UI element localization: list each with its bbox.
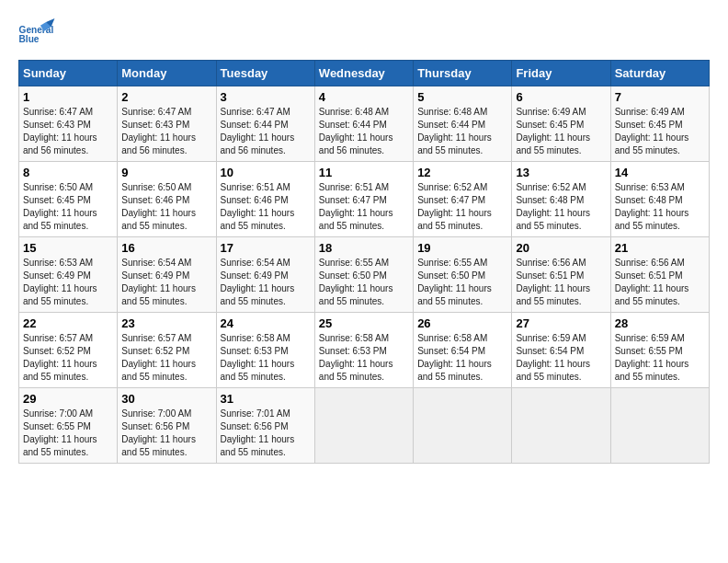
daylight-label: Daylight: 11 hours and 56 minutes. [121, 132, 196, 155]
day-number: 18 [319, 241, 409, 255]
day-number: 29 [23, 392, 113, 406]
calendar-day-cell: 30 Sunrise: 7:00 AM Sunset: 6:56 PM Dayl… [118, 388, 216, 464]
sunrise-label: Sunrise: 6:50 AM [23, 182, 93, 192]
day-info: Sunrise: 6:58 AM Sunset: 6:53 PM Dayligh… [221, 332, 311, 384]
weekday-header-row: SundayMondayTuesdayWednesdayThursdayFrid… [19, 61, 710, 86]
day-number: 3 [221, 90, 311, 104]
calendar-week-row: 22 Sunrise: 6:57 AM Sunset: 6:52 PM Dayl… [19, 313, 710, 388]
calendar-day-cell: 23 Sunrise: 6:57 AM Sunset: 6:52 PM Dayl… [118, 313, 216, 388]
day-info: Sunrise: 6:51 AM Sunset: 6:46 PM Dayligh… [221, 181, 311, 233]
day-info: Sunrise: 6:57 AM Sunset: 6:52 PM Dayligh… [121, 332, 211, 384]
sunrise-label: Sunrise: 7:00 AM [121, 408, 191, 419]
calendar-day-cell: 24 Sunrise: 6:58 AM Sunset: 6:53 PM Dayl… [216, 313, 314, 388]
weekday-header-cell: Tuesday [216, 61, 314, 86]
sunset-label: Sunset: 6:45 PM [516, 120, 584, 130]
svg-text:Blue: Blue [19, 34, 40, 44]
day-number: 4 [319, 90, 409, 104]
daylight-label: Daylight: 11 hours and 56 minutes. [23, 132, 97, 155]
day-number: 16 [121, 241, 211, 255]
calendar-day-cell: 19 Sunrise: 6:55 AM Sunset: 6:50 PM Dayl… [414, 237, 512, 313]
calendar-day-cell: 1 Sunrise: 6:47 AM Sunset: 6:43 PM Dayli… [19, 86, 118, 162]
sunset-label: Sunset: 6:49 PM [221, 270, 289, 281]
daylight-label: Daylight: 11 hours and 55 minutes. [23, 208, 97, 231]
sunset-label: Sunset: 6:44 PM [417, 120, 485, 130]
calendar-day-cell [512, 388, 610, 464]
calendar-day-cell: 3 Sunrise: 6:47 AM Sunset: 6:44 PM Dayli… [216, 86, 314, 162]
sunrise-label: Sunrise: 6:54 AM [221, 258, 290, 268]
calendar-day-cell: 27 Sunrise: 6:59 AM Sunset: 6:54 PM Dayl… [512, 313, 610, 388]
sunset-label: Sunset: 6:55 PM [615, 346, 683, 356]
weekday-header-cell: Wednesday [314, 61, 413, 86]
sunset-label: Sunset: 6:49 PM [121, 270, 189, 281]
daylight-label: Daylight: 11 hours and 55 minutes. [417, 208, 492, 231]
sunrise-label: Sunrise: 6:57 AM [121, 333, 191, 343]
sunrise-label: Sunrise: 6:51 AM [319, 182, 389, 192]
sunset-label: Sunset: 6:45 PM [23, 195, 91, 205]
calendar-day-cell: 4 Sunrise: 6:48 AM Sunset: 6:44 PM Dayli… [314, 86, 413, 162]
day-number: 26 [417, 316, 507, 330]
calendar-week-row: 1 Sunrise: 6:47 AM Sunset: 6:43 PM Dayli… [19, 86, 710, 162]
sunset-label: Sunset: 6:53 PM [221, 346, 289, 356]
sunset-label: Sunset: 6:53 PM [319, 346, 387, 356]
day-number: 10 [221, 166, 311, 179]
day-number: 13 [516, 166, 606, 179]
daylight-label: Daylight: 11 hours and 55 minutes. [319, 359, 393, 382]
day-number: 8 [23, 166, 113, 179]
weekday-header-cell: Sunday [19, 61, 118, 86]
sunrise-label: Sunrise: 6:56 AM [615, 258, 685, 268]
sunrise-label: Sunrise: 6:50 AM [121, 182, 191, 192]
calendar-day-cell: 13 Sunrise: 6:52 AM Sunset: 6:48 PM Dayl… [512, 162, 610, 237]
calendar-day-cell: 12 Sunrise: 6:52 AM Sunset: 6:47 PM Dayl… [414, 162, 512, 237]
day-info: Sunrise: 6:53 AM Sunset: 6:49 PM Dayligh… [23, 257, 113, 308]
daylight-label: Daylight: 11 hours and 55 minutes. [121, 208, 196, 231]
calendar-day-cell: 25 Sunrise: 6:58 AM Sunset: 6:53 PM Dayl… [314, 313, 413, 388]
calendar-body: 1 Sunrise: 6:47 AM Sunset: 6:43 PM Dayli… [19, 86, 710, 464]
day-number: 22 [23, 316, 113, 330]
daylight-label: Daylight: 11 hours and 55 minutes. [615, 283, 689, 306]
day-info: Sunrise: 7:00 AM Sunset: 6:56 PM Dayligh… [121, 408, 211, 459]
sunrise-label: Sunrise: 6:58 AM [417, 333, 487, 343]
day-info: Sunrise: 6:52 AM Sunset: 6:47 PM Dayligh… [417, 181, 507, 233]
day-number: 20 [516, 241, 606, 255]
day-info: Sunrise: 6:49 AM Sunset: 6:45 PM Dayligh… [615, 106, 705, 157]
sunrise-label: Sunrise: 6:57 AM [23, 333, 93, 343]
sunset-label: Sunset: 6:47 PM [319, 195, 387, 205]
calendar-day-cell: 22 Sunrise: 6:57 AM Sunset: 6:52 PM Dayl… [19, 313, 118, 388]
daylight-label: Daylight: 11 hours and 55 minutes. [23, 283, 97, 306]
day-number: 25 [319, 316, 409, 330]
day-number: 23 [121, 316, 211, 330]
day-number: 31 [221, 392, 311, 406]
sunset-label: Sunset: 6:54 PM [417, 346, 485, 356]
day-info: Sunrise: 6:54 AM Sunset: 6:49 PM Dayligh… [221, 257, 311, 308]
sunrise-label: Sunrise: 6:52 AM [516, 182, 586, 192]
day-number: 7 [615, 90, 705, 104]
daylight-label: Daylight: 11 hours and 55 minutes. [615, 208, 689, 231]
calendar-table: SundayMondayTuesdayWednesdayThursdayFrid… [18, 60, 710, 464]
day-info: Sunrise: 6:55 AM Sunset: 6:50 PM Dayligh… [319, 257, 409, 308]
daylight-label: Daylight: 11 hours and 55 minutes. [121, 434, 196, 457]
sunset-label: Sunset: 6:50 PM [319, 270, 387, 281]
day-number: 1 [23, 90, 113, 104]
calendar-day-cell: 2 Sunrise: 6:47 AM Sunset: 6:43 PM Dayli… [118, 86, 216, 162]
daylight-label: Daylight: 11 hours and 55 minutes. [221, 359, 295, 382]
sunrise-label: Sunrise: 6:58 AM [221, 333, 290, 343]
day-info: Sunrise: 6:48 AM Sunset: 6:44 PM Dayligh… [319, 106, 409, 157]
calendar-week-row: 15 Sunrise: 6:53 AM Sunset: 6:49 PM Dayl… [19, 237, 710, 313]
day-number: 15 [23, 241, 113, 255]
day-info: Sunrise: 6:58 AM Sunset: 6:53 PM Dayligh… [319, 332, 409, 384]
daylight-label: Daylight: 11 hours and 55 minutes. [319, 283, 393, 306]
calendar-day-cell: 10 Sunrise: 6:51 AM Sunset: 6:46 PM Dayl… [216, 162, 314, 237]
day-info: Sunrise: 7:01 AM Sunset: 6:56 PM Dayligh… [221, 408, 311, 459]
daylight-label: Daylight: 11 hours and 55 minutes. [615, 132, 689, 155]
weekday-header-cell: Saturday [610, 61, 709, 86]
calendar-day-cell [610, 388, 709, 464]
day-number: 9 [121, 166, 211, 179]
daylight-label: Daylight: 11 hours and 55 minutes. [516, 283, 590, 306]
sunrise-label: Sunrise: 6:53 AM [615, 182, 685, 192]
day-info: Sunrise: 6:58 AM Sunset: 6:54 PM Dayligh… [417, 332, 507, 384]
calendar-day-cell: 9 Sunrise: 6:50 AM Sunset: 6:46 PM Dayli… [118, 162, 216, 237]
daylight-label: Daylight: 11 hours and 55 minutes. [221, 434, 295, 457]
calendar-day-cell: 11 Sunrise: 6:51 AM Sunset: 6:47 PM Dayl… [314, 162, 413, 237]
calendar-day-cell: 7 Sunrise: 6:49 AM Sunset: 6:45 PM Dayli… [610, 86, 709, 162]
day-info: Sunrise: 6:50 AM Sunset: 6:46 PM Dayligh… [121, 181, 211, 233]
